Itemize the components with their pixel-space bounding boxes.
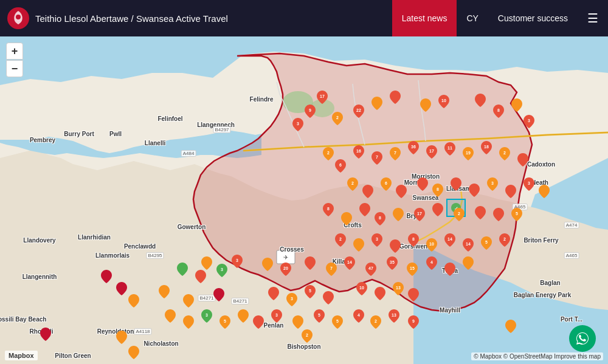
map-pin[interactable]: 8 [432,184,443,199]
map-pin[interactable]: 3 [271,309,282,325]
chat-button[interactable] [569,325,596,352]
map-pin[interactable] [253,315,264,331]
map-pin[interactable] [177,263,188,278]
map-pin[interactable]: 9 [305,105,316,120]
map-pin[interactable] [393,208,404,224]
map-pin[interactable]: 10 [356,282,367,298]
map-pin[interactable] [359,203,370,219]
zoom-in-btn[interactable]: + [6,43,23,60]
map-pin[interactable] [323,291,334,307]
map-pin[interactable]: 8 [375,212,385,228]
map-pin[interactable]: 8 [408,233,419,249]
map-pin[interactable]: 13 [393,282,404,298]
map-pin[interactable]: 13 [389,309,399,325]
map-pin[interactable] [371,97,382,112]
map-pin[interactable] [505,320,516,335]
map-pin[interactable]: 6 [381,177,392,193]
map-pin[interactable] [396,185,407,201]
hamburger-menu-btn[interactable]: ☰ [578,0,608,36]
map-pin[interactable] [305,256,316,272]
map-pin[interactable]: 36 [408,141,419,157]
map-pin[interactable]: 7 [371,151,382,167]
map-pin[interactable]: 8 [493,105,504,120]
map-pin[interactable]: 18 [481,141,492,157]
map-pin[interactable] [128,346,139,362]
map-pin[interactable]: 2 [332,112,343,128]
map-pin[interactable]: 7 [390,147,401,163]
map-pin[interactable] [511,98,522,114]
map-pin[interactable]: 6 [335,159,346,175]
map-pin[interactable] [469,184,480,199]
map-pin[interactable] [183,294,194,310]
map-pin[interactable] [101,270,112,286]
map-pin[interactable] [390,91,401,106]
map-pin[interactable] [116,331,127,346]
map-pin[interactable] [213,288,224,304]
map-pin[interactable]: 11 [444,142,455,158]
map-pin[interactable]: 17 [414,208,425,224]
map-pin[interactable]: 10 [438,95,449,111]
map-pin[interactable]: 19 [463,147,474,163]
map-pin[interactable]: 10 [426,238,437,254]
map-pin[interactable]: 4 [426,256,437,272]
map-pin[interactable] [353,238,364,254]
map-pin[interactable]: 5 [511,208,522,224]
map-pin[interactable]: 5 [481,236,492,252]
map-pin[interactable] [517,153,528,169]
map-pin[interactable]: 2 [370,315,381,331]
latest-news-btn[interactable]: Latest news [392,0,457,36]
map-pin[interactable]: 3 [232,255,243,270]
zoom-out-btn[interactable]: − [6,60,23,77]
map-pin[interactable]: 3 [201,309,212,325]
map-pin[interactable] [444,263,455,278]
map-pin[interactable]: 3 [286,293,297,309]
map-pin[interactable] [262,258,273,273]
map-pin[interactable]: 5 [332,315,343,331]
map-pin[interactable] [128,294,139,310]
map-pin[interactable]: 2 [323,147,334,163]
map-pin[interactable]: 3 [487,177,498,193]
map-pin[interactable]: 3 [292,118,303,134]
map-pin[interactable]: 17 [426,145,437,161]
map-pin[interactable]: 2 [347,177,358,193]
map-pin[interactable] [238,309,249,325]
map-pin[interactable]: 2 [335,233,346,249]
map-pin[interactable]: 16 [353,145,364,161]
map-pin[interactable]: 4 [353,309,364,325]
map-pin[interactable] [341,212,352,228]
map-pin[interactable]: 15 [407,263,418,278]
map-pin[interactable] [390,239,401,255]
map-pin[interactable] [475,206,486,222]
map-pin[interactable] [417,177,428,193]
map-pin[interactable]: 17 [317,91,328,106]
map-pin[interactable]: 14 [444,233,455,249]
map-pin[interactable]: 3 [523,115,534,131]
map-pin[interactable] [463,256,474,272]
map-pin[interactable]: 9 [408,315,419,331]
map-pin[interactable]: 3 [216,264,227,280]
map-container[interactable]: ✈ ✓ + − Mapbox © Mapbox © OpenStreetMap … [0,36,608,364]
map-pin[interactable] [493,208,504,224]
map-pin[interactable]: 5 [219,315,230,331]
map-pin[interactable]: 2 [302,329,313,345]
map-pin[interactable] [40,328,51,343]
map-pin[interactable]: 2 [499,233,510,249]
map-pin[interactable] [116,282,127,298]
map-pin[interactable] [451,177,461,193]
map-pin[interactable]: 47 [365,263,376,278]
map-pin[interactable]: 3 [371,233,382,249]
map-pin[interactable] [159,285,170,301]
map-pin[interactable] [539,185,550,201]
map-pin[interactable]: 5 [314,309,325,325]
map-pin[interactable] [195,270,206,286]
map-pin[interactable] [165,309,176,325]
map-pin[interactable] [505,185,516,201]
map-pin[interactable]: 7 [326,263,337,278]
map-pin[interactable]: 14 [344,256,355,272]
map-pin[interactable] [408,288,419,304]
map-pin[interactable]: 2 [499,147,510,163]
cy-btn[interactable]: CY [457,0,488,36]
customer-success-btn[interactable]: Customer success [488,0,578,36]
map-pin[interactable] [183,315,194,331]
map-pin[interactable]: 14 [463,238,474,254]
